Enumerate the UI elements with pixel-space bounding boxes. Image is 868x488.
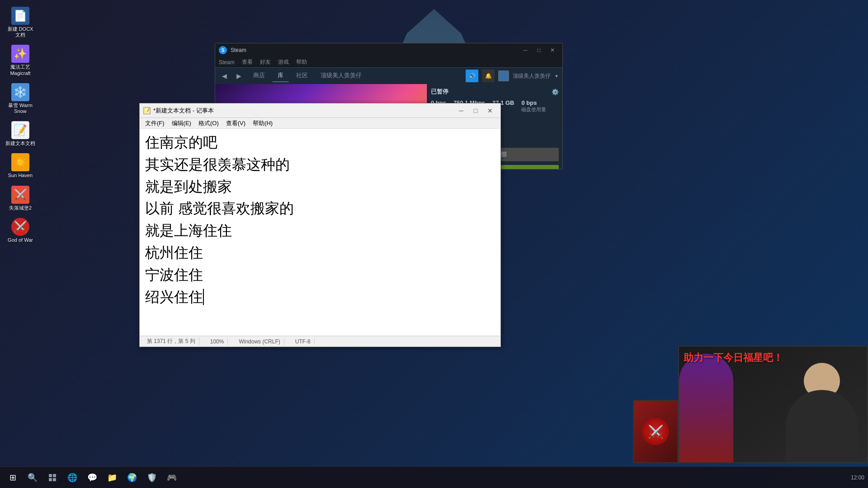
notepad-menu-view[interactable]: 查看(V) [222,118,249,128]
desktop: 📄 新建 DOCX文档 ✨ 魔法工艺Magicraft ❄️ 暴雪 WarmSn… [0,0,868,488]
desktop-icon-shattered2[interactable]: ⚔️ 失落城堡2 [2,183,38,213]
desktop-icon-god-of-war[interactable]: ⚔️ God of War [2,216,38,245]
steam-tab-community[interactable]: 社区 [291,70,313,82]
steam-menu-steam[interactable]: Steam [219,59,235,66]
taskbar-system-tray: 12:00 [851,474,864,481]
desktop-icon-new-text[interactable]: 📝 新建文本文档 [2,119,38,149]
steam-download-status: 已暂停 ⚙️ [431,88,559,96]
desktop-icon-new-docx[interactable]: 📄 新建 DOCX文档 [2,5,38,40]
steam-tab-username[interactable]: 顶级美人羡羡仔 [315,70,367,82]
webcam-overlay-text: 助力一下今日福星吧！ [684,351,783,365]
steam-avatar: 👤 [498,70,509,81]
notepad-controls: ─ □ ✕ [454,105,497,116]
taskbar-wechat[interactable]: 💬 [83,469,101,487]
notepad-line-4: 以前 感觉很喜欢搬家的 [145,198,495,219]
notepad-line-7: 宁波住住 [145,265,495,285]
steam-settings-icon[interactable]: ⚙️ [552,89,559,95]
steam-logo: S [219,46,227,54]
steam-tab-library[interactable]: 库 [272,70,289,82]
svg-rect-3 [53,478,56,481]
steam-menu-view[interactable]: 查看 [242,58,253,66]
taskbar-defender[interactable]: 🛡️ [143,469,161,487]
taskbar-edge-browser[interactable]: 🌐 [63,469,81,487]
steam-stat-disk: 0 bps 磁盘使用量 [521,99,546,113]
person-body [786,390,858,462]
taskbar-task-view[interactable] [43,469,61,487]
steam-volume-button[interactable]: 🔊 [466,70,478,82]
steam-notification-button[interactable]: 🔔 [482,70,495,82]
desktop-icon-magicraft[interactable]: ✨ 魔法工艺Magicraft [2,42,38,78]
taskbar-start-button[interactable]: ⊞ [4,469,22,487]
steam-window-title: Steam [231,47,515,53]
steam-back-button[interactable]: ◀ [219,70,230,81]
svg-rect-1 [53,474,56,477]
notepad-line-3: 就是到处搬家 [145,177,495,197]
taskbar-steam[interactable]: 🎮 [163,469,181,487]
notepad-line-8: 绍兴住住​ [145,287,495,307]
desktop-icon-warm-snow[interactable]: ❄️ 暴雪 WarmSnow [2,81,38,117]
person-figure [781,363,863,462]
notepad-title: *新建文本文档 - 记事本 [153,107,454,115]
notepad-cursor-position: 第 1371 行，第 5 列 [143,338,199,345]
steam-menubar: Steam 查看 好友 游戏 帮助 [215,57,562,68]
notepad-titlebar: 📝 *新建文本文档 - 记事本 ─ □ ✕ [140,103,500,118]
notepad-maximize-button[interactable]: □ [469,105,482,116]
notepad-statusbar: 第 1371 行，第 5 列 100% Windows (CRLF) UTF-8 [140,336,500,347]
taskbar-file-explorer[interactable]: 📁 [103,469,121,487]
notepad-menu-help[interactable]: 帮助(H) [249,118,276,128]
steam-maximize-button[interactable]: □ [533,46,545,55]
god-of-war-icon: ⚔️ [642,418,669,445]
notepad-close-button[interactable]: ✕ [483,105,497,116]
notepad-line-1: 住南京的吧 [145,132,495,153]
notepad-line-2: 其实还是很羡慕这种的 [145,155,495,175]
desktop-icon-sun-haven[interactable]: ☀️ Sun Haven [2,151,38,181]
steam-nav-tabs: 商店 库 社区 顶级美人羡羡仔 [248,70,462,82]
god-of-war-thumbnail: ⚔️ [633,400,678,463]
notepad-window: 📝 *新建文本文档 - 记事本 ─ □ ✕ 文件(F) 编辑(E) 格式(O) … [139,103,501,347]
svg-rect-2 [49,478,52,481]
notepad-line-5: 就是上海住住 [145,221,495,241]
steam-user-area: 🔊 🔔 👤 顶级美人羡羡仔 ▼ [466,70,559,82]
notepad-text-area[interactable]: 住南京的吧 其实还是很羡慕这种的 就是到处搬家 以前 感觉很喜欢搬家的 就是上海… [140,129,500,336]
notepad-encoding: UTF-8 [292,338,315,345]
webcam-overlay: 助力一下今日福星吧！ [678,346,868,463]
steam-forward-button[interactable]: ▶ [233,70,244,81]
steam-menu-help[interactable]: 帮助 [296,58,307,66]
steam-toolbar: ◀ ▶ 商店 库 社区 顶级美人羡羡仔 🔊 🔔 👤 顶级美人羡羡仔 ▼ [215,68,562,84]
notepad-line-ending: Windows (CRLF) [235,338,284,345]
taskbar-time: 12:00 [851,474,864,481]
steam-menu-friends[interactable]: 好友 [260,58,271,66]
taskbar: ⊞ 🔍 🌐 💬 📁 🌍 🛡️ 🎮 12:00 [0,466,868,488]
notepad-menu-file[interactable]: 文件(F) [142,118,168,128]
notepad-zoom: 100% [207,338,228,345]
svg-rect-0 [49,474,52,477]
taskbar-search-button[interactable]: 🔍 [24,469,42,487]
notepad-menubar: 文件(F) 编辑(E) 格式(O) 查看(V) 帮助(H) [140,118,500,129]
steam-menu-games[interactable]: 游戏 [278,58,289,66]
notepad-menu-edit[interactable]: 编辑(E) [168,118,195,128]
notepad-line-6: 杭州住住 [145,243,495,263]
notepad-menu-format[interactable]: 格式(O) [195,118,222,128]
steam-window-controls: ─ □ ✕ [519,46,559,55]
game-character-art [679,354,733,462]
taskbar-chrome[interactable]: 🌍 [123,469,141,487]
notepad-icon: 📝 [143,107,151,114]
steam-close-button[interactable]: ✕ [546,46,559,55]
steam-tab-store[interactable]: 商店 [248,70,270,82]
steam-dropdown-icon[interactable]: ▼ [554,74,559,79]
steam-titlebar: S Steam ─ □ ✕ [215,43,562,57]
steam-username: 顶级美人羡羡仔 [513,72,551,80]
desktop-icon-area: 📄 新建 DOCX文档 ✨ 魔法工艺Magicraft ❄️ 暴雪 WarmSn… [0,0,41,488]
notepad-minimize-button[interactable]: ─ [454,105,468,116]
steam-minimize-button[interactable]: ─ [519,46,532,55]
